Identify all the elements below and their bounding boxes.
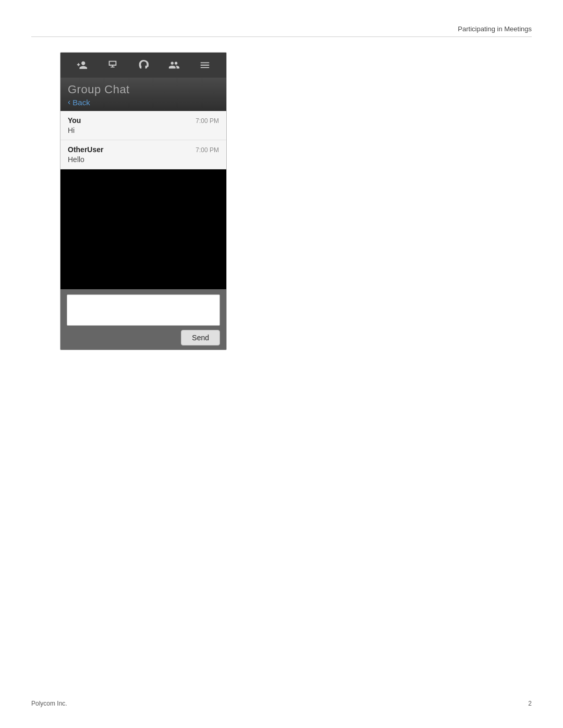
send-button[interactable]: Send [181, 330, 220, 346]
screen-share-icon[interactable] [107, 59, 118, 71]
send-row: Send [67, 330, 220, 346]
page-header-title: Participating in Meetings [458, 25, 532, 33]
message-input[interactable] [67, 294, 220, 326]
message-sender: You [68, 116, 81, 125]
input-area: Send [60, 289, 226, 350]
footer-page-number: 2 [528, 700, 532, 707]
menu-list-icon[interactable] [199, 59, 211, 71]
message-time: 7:00 PM [195, 117, 219, 125]
back-button[interactable]: ‹ Back [68, 97, 219, 107]
back-label: Back [72, 98, 90, 107]
message-sender: OtherUser [68, 145, 103, 154]
message-row: OtherUser 7:00 PM Hello [60, 140, 226, 169]
chat-header: Group Chat ‹ Back [60, 78, 226, 111]
footer-company: Polycom Inc. [31, 700, 67, 707]
video-area [60, 169, 226, 289]
participants-icon[interactable] [168, 59, 180, 71]
message-row: You 7:00 PM Hi [60, 111, 226, 140]
message-row-header: You 7:00 PM [68, 116, 219, 125]
headset-icon[interactable] [138, 59, 149, 71]
message-time: 7:00 PM [195, 146, 219, 154]
message-text: Hi [68, 126, 219, 134]
toolbar [60, 53, 226, 78]
message-row-header: OtherUser 7:00 PM [68, 145, 219, 154]
messages-area: You 7:00 PM Hi OtherUser 7:00 PM Hello [60, 111, 226, 169]
chat-title: Group Chat [68, 83, 219, 96]
back-chevron-icon: ‹ [68, 97, 70, 107]
message-text: Hello [68, 155, 219, 164]
page-rule [31, 36, 532, 37]
phone-ui: Group Chat ‹ Back You 7:00 PM Hi OtherUs… [60, 52, 227, 350]
add-person-icon[interactable] [76, 59, 88, 71]
